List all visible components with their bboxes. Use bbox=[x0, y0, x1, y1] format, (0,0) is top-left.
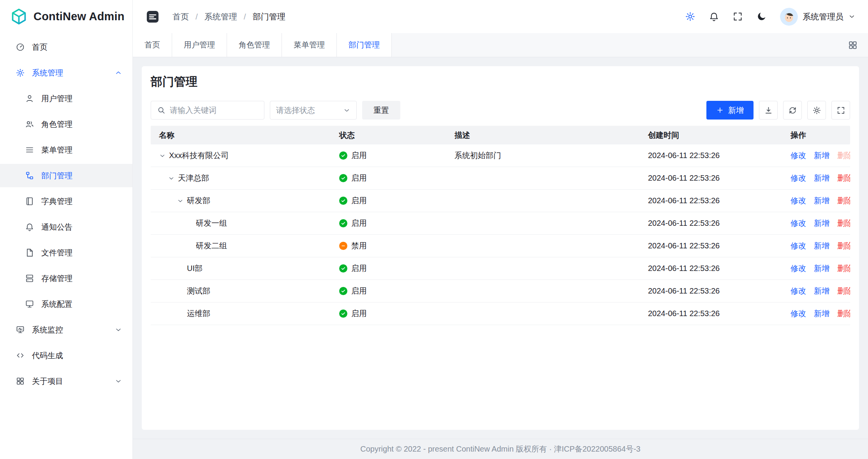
tab-strip: 首页 用户管理 角色管理 菜单管理 部门管理 bbox=[133, 33, 868, 57]
modify-link[interactable]: 修改 bbox=[791, 286, 806, 296]
avatar bbox=[780, 8, 798, 26]
delete-link[interactable]: 删除 bbox=[837, 241, 850, 251]
search-input[interactable] bbox=[170, 106, 258, 115]
status-enabled-icon bbox=[339, 310, 347, 318]
tab-home[interactable]: 首页 bbox=[133, 33, 172, 57]
tab-user-management[interactable]: 用户管理 bbox=[172, 33, 227, 57]
table-row: UI部 启用 2024-06-11 22:53:26 修改 新增 删除 bbox=[151, 257, 850, 280]
add-link[interactable]: 新增 bbox=[814, 173, 829, 183]
modify-link[interactable]: 修改 bbox=[791, 150, 806, 161]
status-disabled-icon bbox=[339, 242, 347, 250]
sidebar-item-dictionary-management[interactable]: 字典管理 bbox=[0, 190, 132, 213]
reset-button[interactable]: 重置 bbox=[362, 101, 400, 120]
sidebar-item-label: 用户管理 bbox=[41, 93, 72, 104]
sidebar-item-label: 存储管理 bbox=[41, 273, 72, 284]
breadcrumb-item-system[interactable]: 系统管理 bbox=[204, 11, 237, 22]
add-link[interactable]: 新增 bbox=[814, 150, 829, 161]
modify-link[interactable]: 修改 bbox=[791, 173, 806, 183]
expand-toggle-icon[interactable] bbox=[168, 175, 175, 182]
sidebar-item-label: 通知公告 bbox=[41, 222, 72, 232]
sidebar-item-label: 字典管理 bbox=[41, 196, 72, 207]
file-icon bbox=[25, 248, 34, 257]
app-root: ContiNew Admin 首页 系统管理 bbox=[0, 0, 868, 459]
breadcrumb-item-home[interactable]: 首页 bbox=[173, 11, 189, 22]
dark-mode-icon[interactable] bbox=[756, 11, 767, 22]
sidebar-item-system-config[interactable]: 系统配置 bbox=[0, 292, 132, 316]
delete-link[interactable]: 删除 bbox=[837, 308, 850, 319]
menu-fold-icon[interactable] bbox=[145, 9, 160, 24]
delete-link[interactable]: 删除 bbox=[837, 218, 850, 229]
sidebar-item-file-management[interactable]: 文件管理 bbox=[0, 241, 132, 264]
department-name: 测试部 bbox=[187, 286, 210, 296]
sidebar-item-user-management[interactable]: 用户管理 bbox=[0, 87, 132, 110]
status-label: 启用 bbox=[351, 195, 367, 206]
footer: Copyright © 2022 - present ContiNew Admi… bbox=[133, 439, 868, 459]
department-name: 研发一组 bbox=[196, 218, 227, 229]
sidebar-item-system-monitor[interactable]: 系统监控 bbox=[0, 318, 132, 341]
breadcrumb-separator: / bbox=[244, 12, 246, 21]
modify-link[interactable]: 修改 bbox=[791, 195, 806, 206]
tab-department-management[interactable]: 部门管理 bbox=[337, 33, 392, 57]
add-link[interactable]: 新增 bbox=[814, 241, 829, 251]
user-icon bbox=[25, 94, 34, 103]
delete-link[interactable]: 删除 bbox=[837, 173, 850, 183]
add-link[interactable]: 新增 bbox=[814, 218, 829, 229]
refresh-button[interactable] bbox=[783, 101, 802, 120]
sidebar-item-department-management[interactable]: 部门管理 bbox=[0, 164, 132, 187]
sidebar-item-role-management[interactable]: 角色管理 bbox=[0, 113, 132, 136]
column-header-name: 名称 bbox=[151, 130, 331, 141]
created-time: 2024-06-11 22:53:26 bbox=[640, 287, 782, 295]
status-select[interactable]: 请选择状态 bbox=[270, 101, 357, 120]
status-label: 启用 bbox=[351, 150, 367, 161]
sidebar-item-notice[interactable]: 通知公告 bbox=[0, 215, 132, 239]
settings-icon[interactable] bbox=[685, 11, 695, 22]
add-link[interactable]: 新增 bbox=[814, 308, 829, 319]
sidebar-item-menu-management[interactable]: 菜单管理 bbox=[0, 138, 132, 162]
modify-link[interactable]: 修改 bbox=[791, 263, 806, 274]
status-label: 启用 bbox=[351, 173, 367, 183]
copyright-text: Copyright © 2022 - present ContiNew Admi… bbox=[360, 444, 641, 454]
apps-grid-icon[interactable] bbox=[848, 33, 868, 57]
modify-link[interactable]: 修改 bbox=[791, 308, 806, 319]
row-actions: 修改 新增 删除 bbox=[782, 263, 850, 274]
add-link[interactable]: 新增 bbox=[814, 195, 829, 206]
app-logo[interactable]: ContiNew Admin bbox=[0, 0, 132, 33]
add-link[interactable]: 新增 bbox=[814, 263, 829, 274]
add-link[interactable]: 新增 bbox=[814, 286, 829, 296]
modify-link[interactable]: 修改 bbox=[791, 218, 806, 229]
expand-toggle-icon[interactable] bbox=[177, 197, 184, 204]
modify-link[interactable]: 修改 bbox=[791, 241, 806, 251]
monitor-icon bbox=[16, 325, 25, 334]
search-box bbox=[151, 101, 264, 120]
tab-menu-management[interactable]: 菜单管理 bbox=[282, 33, 337, 57]
sidebar-item-system-management[interactable]: 系统管理 bbox=[0, 61, 132, 84]
notification-icon[interactable] bbox=[709, 11, 719, 22]
sidebar-item-about-project[interactable]: 关于项目 bbox=[0, 369, 132, 393]
column-header-created: 创建时间 bbox=[640, 130, 782, 141]
tab-role-management[interactable]: 角色管理 bbox=[227, 33, 282, 57]
sidebar-item-home[interactable]: 首页 bbox=[0, 35, 132, 59]
table-settings-button[interactable] bbox=[807, 101, 826, 120]
department-name: Xxx科技有限公司 bbox=[169, 150, 229, 161]
delete-link[interactable]: 删除 bbox=[837, 286, 850, 296]
sidebar-item-label: 系统监控 bbox=[32, 325, 63, 335]
table-row: 天津总部 启用 2024-06-11 22:53:26 修改 新增 删除 bbox=[151, 167, 850, 190]
breadcrumb: 首页 / 系统管理 / 部门管理 bbox=[173, 11, 285, 22]
sidebar-item-code-generation[interactable]: 代码生成 bbox=[0, 344, 132, 367]
column-header-description: 描述 bbox=[446, 130, 640, 141]
about-grid-icon bbox=[16, 376, 25, 386]
department-name: 研发部 bbox=[187, 195, 210, 206]
department-name: 运维部 bbox=[187, 308, 210, 319]
delete-link[interactable]: 删除 bbox=[837, 195, 850, 206]
user-menu[interactable]: 系统管理员 bbox=[780, 8, 856, 26]
add-button[interactable]: 新增 bbox=[706, 101, 754, 120]
delete-link[interactable]: 删除 bbox=[837, 263, 850, 274]
fullscreen-icon[interactable] bbox=[732, 11, 743, 22]
toolbar: 请选择状态 重置 新增 bbox=[151, 101, 850, 120]
table-fullscreen-button[interactable] bbox=[831, 101, 850, 120]
expand-toggle-icon[interactable] bbox=[159, 152, 166, 159]
dashboard-icon bbox=[16, 42, 25, 52]
sidebar-item-storage-management[interactable]: 存储管理 bbox=[0, 267, 132, 290]
download-button[interactable] bbox=[759, 101, 778, 120]
sidebar-item-label: 首页 bbox=[32, 42, 48, 53]
